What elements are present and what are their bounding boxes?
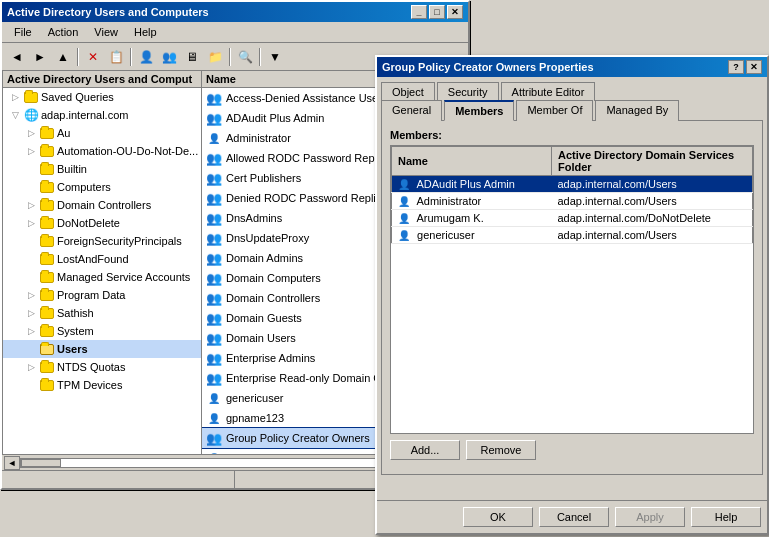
- up-button[interactable]: ▲: [52, 46, 74, 68]
- member-folder-genericuser: adap.internal.com/Users: [552, 227, 753, 244]
- expander-dc[interactable]: ▷: [23, 197, 39, 213]
- expander-pd[interactable]: ▷: [23, 287, 39, 303]
- ntds-label: NTDS Quotas: [57, 361, 125, 373]
- domain-computers-label: Domain Computers: [226, 272, 321, 284]
- tree-item-tpm[interactable]: ▷ TPM Devices: [3, 376, 201, 394]
- enterprise-read-only-label: Enterprise Read-only Domain C...: [226, 372, 390, 384]
- folder-icon-pd: [39, 287, 55, 303]
- tab-members[interactable]: Members: [444, 100, 514, 121]
- tree-item-builtin[interactable]: ▷ Builtin: [3, 160, 201, 178]
- group-icon-allowed-rodc: 👥: [206, 150, 222, 166]
- dialog-footer: OK Cancel Apply Help: [377, 500, 767, 533]
- new-group-button[interactable]: 👥: [158, 46, 180, 68]
- new-user-button[interactable]: 👤: [135, 46, 157, 68]
- tree-item-donotdelete[interactable]: ▷ DoNotDelete: [3, 214, 201, 232]
- tree-item-computers[interactable]: ▷ Computers: [3, 178, 201, 196]
- tree-item-program-data[interactable]: ▷ Program Data: [3, 286, 201, 304]
- ou-icon-sathish: [39, 305, 55, 321]
- file-menu[interactable]: File: [6, 24, 40, 40]
- back-button[interactable]: ◄: [6, 46, 28, 68]
- action-menu[interactable]: Action: [40, 24, 87, 40]
- expander-saved-queries[interactable]: ▷: [7, 89, 23, 105]
- properties-button[interactable]: 📋: [105, 46, 127, 68]
- folder-icon-fsp: [39, 233, 55, 249]
- tree-item-automation-ou[interactable]: ▷ Automation-OU-Do-Not-De...: [3, 142, 201, 160]
- cert-publishers-label: Cert Publishers: [226, 172, 301, 184]
- tree-item-foreignsecurity[interactable]: ▷ ForeignSecurityPrincipals: [3, 232, 201, 250]
- system-label: System: [57, 325, 94, 337]
- tree-panel[interactable]: Active Directory Users and Comput ▷ Save…: [2, 71, 202, 477]
- tab-bar-row1: Object Security Attribute Editor: [377, 77, 767, 100]
- view-menu[interactable]: View: [86, 24, 126, 40]
- members-label: Members:: [390, 129, 754, 141]
- maximize-button[interactable]: □: [429, 5, 445, 19]
- toolbar-separator-1: [77, 48, 79, 66]
- new-computer-button[interactable]: 🖥: [181, 46, 203, 68]
- folder-icon-laf: [39, 251, 55, 267]
- expander-adap[interactable]: ▽: [7, 107, 23, 123]
- members-container[interactable]: Name Active Directory Domain Services Fo…: [390, 145, 754, 434]
- expander-dnd[interactable]: ▷: [23, 215, 39, 231]
- expander-system[interactable]: ▷: [23, 323, 39, 339]
- col-folder[interactable]: Active Directory Domain Services Folder: [552, 147, 753, 176]
- tree-item-adap[interactable]: ▽ 🌐 adap.internal.com: [3, 106, 201, 124]
- menu-bar: File Action View Help: [2, 22, 468, 43]
- tree-item-users[interactable]: ▷ Users: [3, 340, 201, 358]
- tab-attribute-editor[interactable]: Attribute Editor: [501, 82, 596, 101]
- expander-automation-ou[interactable]: ▷: [23, 143, 39, 159]
- add-button[interactable]: Add...: [390, 440, 460, 460]
- tab-general[interactable]: General: [381, 100, 442, 121]
- tree-item-managed-service[interactable]: ▷ Managed Service Accounts: [3, 268, 201, 286]
- group-icon-denied-rodc: 👥: [206, 190, 222, 206]
- delete-button[interactable]: ✕: [82, 46, 104, 68]
- help-menu[interactable]: Help: [126, 24, 165, 40]
- member-row-adaudit[interactable]: 👤 ADAudit Plus Admin adap.internal.com/U…: [392, 176, 753, 193]
- help-button[interactable]: Help: [691, 507, 761, 527]
- member-name-administrator: 👤 Administrator: [392, 193, 552, 210]
- tree-item-sathish[interactable]: ▷ Sathish: [3, 304, 201, 322]
- dnsupdateproxy-label: DnsUpdateProxy: [226, 232, 309, 244]
- administrator-label: Administrator: [226, 132, 291, 144]
- gpname123-label: gpname123: [226, 412, 284, 424]
- tab-security[interactable]: Security: [437, 82, 499, 101]
- scroll-thumb[interactable]: [21, 459, 61, 467]
- cancel-button[interactable]: Cancel: [539, 507, 609, 527]
- new-ou-button[interactable]: 📁: [204, 46, 226, 68]
- tree-item-domain-controllers[interactable]: ▷ Domain Controllers: [3, 196, 201, 214]
- forward-button[interactable]: ►: [29, 46, 51, 68]
- close-button[interactable]: ✕: [447, 5, 463, 19]
- tree-item-system[interactable]: ▷ System: [3, 322, 201, 340]
- member-row-genericuser[interactable]: 👤 genericuser adap.internal.com/Users: [392, 227, 753, 244]
- tab-member-of[interactable]: Member Of: [516, 100, 593, 121]
- enterprise-admins-label: Enterprise Admins: [226, 352, 315, 364]
- scroll-left-button[interactable]: ◄: [4, 456, 20, 470]
- remove-button[interactable]: Remove: [466, 440, 536, 460]
- tab-managed-by[interactable]: Managed By: [595, 100, 679, 121]
- filter-button[interactable]: ▼: [264, 46, 286, 68]
- minimize-button[interactable]: _: [411, 5, 427, 19]
- computers-label: Computers: [57, 181, 111, 193]
- search-button[interactable]: 🔍: [234, 46, 256, 68]
- ok-button[interactable]: OK: [463, 507, 533, 527]
- dialog-help-button[interactable]: ?: [728, 60, 744, 74]
- member-row-arumugam[interactable]: 👤 Arumugam K. adap.internal.com/DoNotDel…: [392, 210, 753, 227]
- tree-item-au[interactable]: ▷ Au: [3, 124, 201, 142]
- dialog-close-button[interactable]: ✕: [746, 60, 762, 74]
- col-name[interactable]: Name: [392, 147, 552, 176]
- tab-object[interactable]: Object: [381, 82, 435, 101]
- program-data-label: Program Data: [57, 289, 125, 301]
- user-icon-adaudit: 👤: [398, 179, 410, 190]
- member-row-administrator[interactable]: 👤 Administrator adap.internal.com/Users: [392, 193, 753, 210]
- expander-au[interactable]: ▷: [23, 125, 39, 141]
- expander-ntds[interactable]: ▷: [23, 359, 39, 375]
- expander-sathish[interactable]: ▷: [23, 305, 39, 321]
- donotdelete-label: DoNotDelete: [57, 217, 120, 229]
- tree-item-lostandfound[interactable]: ▷ LostAndFound: [3, 250, 201, 268]
- tree-item-ntds[interactable]: ▷ NTDS Quotas: [3, 358, 201, 376]
- domain-admins-label: Domain Admins: [226, 252, 303, 264]
- group-icon-cert: 👥: [206, 170, 222, 186]
- apply-button[interactable]: Apply: [615, 507, 685, 527]
- tree-item-saved-queries[interactable]: ▷ Saved Queries: [3, 88, 201, 106]
- tab-bar-row2: General Members Member Of Managed By: [377, 99, 767, 120]
- user-icon-genericuser: 👤: [398, 230, 410, 241]
